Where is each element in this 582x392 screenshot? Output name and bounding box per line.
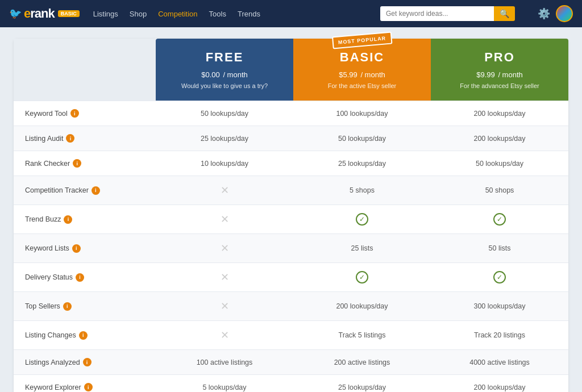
nav-competition[interactable]: Competition xyxy=(158,10,197,18)
feature-row: Top Sellers i ✕ 200 lookups/day 300 look… xyxy=(14,291,568,320)
info-icon[interactable]: i xyxy=(70,109,79,118)
cross-icon: ✕ xyxy=(221,184,229,197)
nav-icons: ⚙️ xyxy=(538,5,573,22)
feature-row: Listing Audit i 25 lookups/day 50 lookup… xyxy=(14,126,568,151)
logo-text: erank xyxy=(24,6,55,21)
feature-basic-val: 200 lookups/day xyxy=(293,292,431,320)
feature-basic-val: ✓ xyxy=(293,205,431,233)
pricing-table: FREE $0.00 / month Would you like to giv… xyxy=(14,39,568,392)
settings-icon[interactable]: ⚙️ xyxy=(538,7,550,20)
feature-pro-val: 50 shops xyxy=(431,176,568,205)
feature-name: Keyword Tool i xyxy=(14,101,156,126)
pro-plan-price: $9.99 / month xyxy=(440,67,559,80)
pro-plan-name: PRO xyxy=(440,50,559,65)
logo-bird-icon: 🐦 xyxy=(9,7,22,20)
feature-name: Trend Buzz i xyxy=(14,205,156,233)
cross-icon: ✕ xyxy=(221,242,229,255)
cross-icon: ✕ xyxy=(221,329,229,341)
feature-row: Keyword Explorer i 5 lookups/day 25 look… xyxy=(14,374,568,392)
main-content: FREE $0.00 / month Would you like to giv… xyxy=(0,27,582,392)
info-icon[interactable]: i xyxy=(72,244,81,253)
plan-pro: PRO $9.99 / month For the advanced Etsy … xyxy=(431,39,568,101)
feature-row: Rank Checker i 10 lookups/day 25 lookups… xyxy=(14,151,568,176)
feature-basic-val: 25 lists xyxy=(293,234,431,262)
search-bar: 🔍 xyxy=(380,6,515,21)
info-icon[interactable]: i xyxy=(79,331,88,340)
feature-pro-val: ✓ xyxy=(431,263,568,291)
cross-icon: ✕ xyxy=(221,213,229,226)
feature-basic-val: 50 lookups/day xyxy=(293,126,431,151)
feature-free-val: ✕ xyxy=(156,176,293,205)
feature-free-val: 100 active listings xyxy=(156,350,293,374)
nav-menu: Listings Shop Competition Tools Trends xyxy=(93,9,260,19)
feature-pro-val: Track 20 listings xyxy=(431,321,568,349)
feature-row: Trend Buzz i ✕ ✓ ✓ xyxy=(14,205,568,233)
info-icon[interactable]: i xyxy=(76,273,84,282)
nav-listings[interactable]: Listings xyxy=(93,10,118,18)
nav-tools[interactable]: Tools xyxy=(209,10,226,18)
feature-pro-val: 200 lookups/day xyxy=(431,101,568,126)
feature-name: Keyword Explorer i xyxy=(14,375,156,392)
check-circle-icon: ✓ xyxy=(356,271,368,283)
plans-header: FREE $0.00 / month Would you like to giv… xyxy=(14,39,568,101)
feature-free-val: 10 lookups/day xyxy=(156,151,293,176)
header-empty xyxy=(14,39,156,101)
feature-pro-val: ✓ xyxy=(431,205,568,233)
info-icon[interactable]: i xyxy=(66,134,74,143)
info-icon[interactable]: i xyxy=(73,159,81,168)
pro-plan-subtitle: For the advanced Etsy seller xyxy=(440,82,559,89)
feature-free-val: 5 lookups/day xyxy=(156,375,293,392)
feature-free-val: 50 lookups/day xyxy=(156,101,293,126)
feature-basic-val: 5 shops xyxy=(293,176,431,205)
feature-free-val: 25 lookups/day xyxy=(156,126,293,151)
info-icon[interactable]: i xyxy=(84,383,93,391)
feature-name: Competition Tracker i xyxy=(14,176,156,205)
feature-free-val: ✕ xyxy=(156,234,293,262)
check-circle-icon: ✓ xyxy=(493,271,506,283)
feature-basic-val: 200 active listings xyxy=(293,350,431,374)
nav-trends[interactable]: Trends xyxy=(238,10,260,18)
search-input[interactable] xyxy=(380,6,494,21)
feature-basic-val: 100 lookups/day xyxy=(293,101,431,126)
info-icon[interactable]: i xyxy=(83,358,92,366)
feature-row: Competition Tracker i ✕ 5 shops 50 shops xyxy=(14,176,568,205)
feature-name: Listing Audit i xyxy=(14,126,156,151)
feature-free-val: ✕ xyxy=(156,205,293,233)
feature-free-val: ✕ xyxy=(156,292,293,320)
feature-name: Keyword Lists i xyxy=(14,234,156,262)
nav-shop[interactable]: Shop xyxy=(130,10,147,18)
feature-free-val: ✕ xyxy=(156,263,293,291)
check-circle-icon: ✓ xyxy=(356,213,368,226)
feature-name: Rank Checker i xyxy=(14,151,156,176)
most-popular-badge: MOST POPULAR xyxy=(332,31,392,49)
basic-plan-subtitle: For the active Etsy seller xyxy=(302,82,422,89)
logo-badge: BASIC xyxy=(58,10,80,17)
feature-name: Delivery Status i xyxy=(14,263,156,291)
feature-row: Keyword Tool i 50 lookups/day 100 lookup… xyxy=(14,101,568,126)
plan-free: FREE $0.00 / month Would you like to giv… xyxy=(156,39,293,101)
feature-name: Listings Analyzed i xyxy=(14,350,156,374)
free-plan-subtitle: Would you like to give us a try? xyxy=(165,82,284,89)
plan-basic: MOST POPULAR BASIC $5.99 / month For the… xyxy=(293,39,431,101)
feature-basic-val: Track 5 listings xyxy=(293,321,431,349)
search-button[interactable]: 🔍 xyxy=(494,6,515,21)
info-icon[interactable]: i xyxy=(64,215,72,224)
feature-row: Listing Changes i ✕ Track 5 listings Tra… xyxy=(14,320,568,349)
feature-free-val: ✕ xyxy=(156,321,293,349)
info-icon[interactable]: i xyxy=(92,186,100,195)
feature-name: Top Sellers i xyxy=(14,292,156,320)
cross-icon: ✕ xyxy=(221,271,229,283)
avatar[interactable] xyxy=(556,5,573,22)
check-circle-icon: ✓ xyxy=(493,213,506,226)
free-plan-name: FREE xyxy=(165,50,284,65)
feature-row: Listings Analyzed i 100 active listings … xyxy=(14,349,568,374)
feature-row: Delivery Status i ✕ ✓ ✓ xyxy=(14,262,568,291)
feature-rows: Keyword Tool i 50 lookups/day 100 lookup… xyxy=(14,101,568,392)
logo[interactable]: 🐦 erank BASIC xyxy=(9,6,80,21)
feature-basic-val: 25 lookups/day xyxy=(293,151,431,176)
info-icon[interactable]: i xyxy=(63,302,72,311)
cross-icon: ✕ xyxy=(221,300,229,312)
basic-plan-price: $5.99 / month xyxy=(302,67,422,80)
navbar: 🐦 erank BASIC Listings Shop Competition … xyxy=(0,0,582,27)
feature-name: Listing Changes i xyxy=(14,321,156,349)
